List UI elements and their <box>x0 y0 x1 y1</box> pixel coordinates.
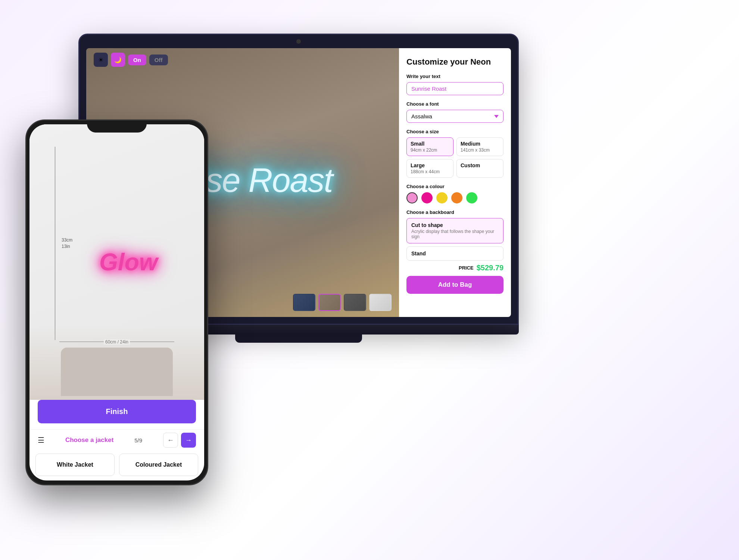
phone: Glow 33cm 13in 60cm / 24in <box>25 119 208 485</box>
off-button[interactable]: Off <box>149 55 168 65</box>
phone-sofa-area <box>29 325 204 400</box>
size-name-small: Small <box>411 141 449 147</box>
size-dims-large: 188cm x 44cm <box>411 169 449 174</box>
jacket-options-row: White Jacket Coloured Jacket <box>29 451 204 480</box>
nav-next-button[interactable]: → <box>181 433 196 448</box>
phone-notch <box>87 121 147 133</box>
laptop-camera <box>296 39 301 44</box>
panel-title: Customize your Neon <box>406 57 503 67</box>
right-panel: Customize your Neon Write your text Choo… <box>399 48 511 317</box>
thumbnail-strip <box>293 294 392 311</box>
backboard-stand-name: Stand <box>411 251 499 256</box>
backboard-cut-to-shape[interactable]: Cut to shape Acrylic display that follow… <box>406 218 503 243</box>
phone-preview-area: Glow 33cm 13in 60cm / 24in <box>29 124 204 400</box>
size-name-large: Large <box>411 162 449 168</box>
dimension-line-vertical: 33cm 13in <box>55 147 55 340</box>
size-option-large[interactable]: Large 188cm x 44cm <box>406 159 453 178</box>
laptop-stand <box>235 335 362 343</box>
size-option-medium[interactable]: Medium 141cm x 33cm <box>456 137 503 156</box>
colour-pink-light[interactable] <box>406 192 418 203</box>
sofa-shape <box>61 348 173 396</box>
nav-title: Choose a jacket <box>65 436 113 444</box>
nav-prev-button[interactable]: ← <box>163 433 178 448</box>
write-text-label: Write your text <box>406 74 503 79</box>
size-option-small[interactable]: Small 94cm x 22cm <box>406 137 453 156</box>
thumbnail-4[interactable] <box>369 294 392 311</box>
phone-screen: Glow 33cm 13in 60cm / 24in <box>29 124 204 480</box>
nav-count: 5/9 <box>134 437 142 444</box>
backboard-cut-name: Cut to shape <box>411 222 499 228</box>
size-option-custom[interactable]: Custom <box>456 159 503 178</box>
hamburger-icon[interactable]: ☰ <box>38 436 44 445</box>
phone-nav-bar: ☰ Choose a jacket 5/9 ← → <box>29 429 204 451</box>
dimension-label-vertical: 33cm 13in <box>62 237 72 250</box>
choose-size-label: Choose a size <box>406 129 503 134</box>
neon-text-input[interactable] <box>406 82 503 95</box>
size-name-custom: Custom <box>461 162 499 168</box>
size-name-medium: Medium <box>461 141 499 147</box>
thumbnail-3[interactable] <box>344 294 366 311</box>
finish-button[interactable]: Finish <box>38 400 196 423</box>
price-label: PRICE <box>459 265 474 271</box>
backboard-stand[interactable]: Stand <box>406 246 503 261</box>
choose-font-label: Choose a font <box>406 101 503 107</box>
size-dims-small: 94cm x 22cm <box>411 147 449 153</box>
backboard-cut-desc: Acrylic display that follows the shape y… <box>411 229 499 239</box>
choose-colour-label: Choose a colour <box>406 184 503 189</box>
colour-green[interactable] <box>466 192 477 203</box>
coloured-jacket-label: Coloured Jacket <box>135 461 182 468</box>
coloured-jacket-option[interactable]: Coloured Jacket <box>119 454 198 476</box>
dim-v-line2: 13in <box>62 244 70 249</box>
nav-arrows: ← → <box>163 433 196 448</box>
price-row: PRICE $529.79 <box>406 264 503 272</box>
thumbnail-1[interactable] <box>293 294 315 311</box>
choose-backboard-label: Choose a backboard <box>406 209 503 215</box>
phone-body: Glow 33cm 13in 60cm / 24in <box>25 119 208 485</box>
colour-orange[interactable] <box>451 192 462 203</box>
size-grid: Small 94cm x 22cm Medium 141cm x 33cm La… <box>406 137 503 178</box>
dim-v-line1: 33cm <box>62 237 72 243</box>
phone-preview-image: Glow 33cm 13in 60cm / 24in <box>29 124 204 400</box>
font-select[interactable]: Assalwa Arial Roboto Script <box>406 110 503 123</box>
moon-icon: 🌙 <box>114 56 122 63</box>
sun-icon: ☀ <box>98 56 103 63</box>
colour-row <box>406 192 503 203</box>
thumbnail-2[interactable] <box>318 294 341 311</box>
price-value: $529.79 <box>477 264 503 272</box>
on-button[interactable]: On <box>128 55 146 65</box>
laptop-controls: ☀ 🌙 On Off <box>94 53 168 67</box>
colour-pink-hot[interactable] <box>421 192 433 203</box>
size-dims-medium: 141cm x 33cm <box>461 147 499 153</box>
phone-neon-glow-text: Glow <box>99 248 158 276</box>
white-jacket-option[interactable]: White Jacket <box>35 454 115 476</box>
white-jacket-label: White Jacket <box>57 461 93 468</box>
add-to-bag-button[interactable]: Add to Bag <box>406 276 503 294</box>
sun-icon-button[interactable]: ☀ <box>94 53 108 67</box>
colour-yellow[interactable] <box>436 192 448 203</box>
moon-icon-button[interactable]: 🌙 <box>111 53 125 67</box>
